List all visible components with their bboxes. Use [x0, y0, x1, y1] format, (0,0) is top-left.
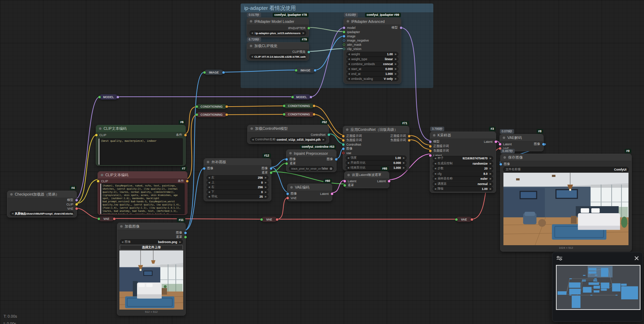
- output-port-image[interactable]: [184, 232, 187, 234]
- decrement-arrow-icon[interactable]: ◀: [207, 186, 211, 189]
- increment-arrow-icon[interactable]: ▶: [488, 172, 493, 175]
- widget-seed[interactable]: ◀种子921636374754670▶: [433, 156, 493, 161]
- input-port-mask[interactable]: [285, 163, 288, 165]
- output-port-clip-vision[interactable]: [308, 51, 310, 53]
- widget-weight-type[interactable]: ◀weight_typelinear▶: [346, 57, 398, 62]
- prompt-textarea[interactable]: (human), EasyNegative, naked, nsfw, text…: [100, 183, 185, 214]
- node-title-bar[interactable]: Inpaint Preprocessor: [286, 150, 336, 157]
- decrement-arrow-icon[interactable]: ◀: [207, 176, 211, 179]
- decrement-arrow-icon[interactable]: ◀: [120, 241, 125, 243]
- collapse-dot-icon[interactable]: [433, 134, 435, 136]
- increment-arrow-icon[interactable]: ▶: [264, 181, 268, 184]
- node-ipadapter-advanced[interactable]: 0.816秒 comfyui_ipadapter #99 IPAdapter A…: [343, 18, 401, 84]
- node-apply-controlnet[interactable]: #71 应用ControlNet（旧版高级） 正面提示词正面提示词 负面提示词负…: [343, 126, 409, 170]
- reroute-out-port[interactable]: [222, 71, 225, 74]
- widget-end-at[interactable]: ◀end_at1.000▶: [346, 71, 398, 76]
- output-port-negative[interactable]: [408, 139, 410, 142]
- increment-arrow-icon[interactable]: ▶: [488, 157, 493, 160]
- output-port-image[interactable]: [335, 158, 338, 161]
- increment-arrow-icon[interactable]: ▶: [402, 166, 406, 169]
- reroute-out-port[interactable]: [313, 105, 315, 107]
- increment-arrow-icon[interactable]: ▶: [394, 68, 398, 70]
- node-save-image[interactable]: 0.467秒 #9 保存图像 图像 文件名前缀 ComfyUI: [500, 154, 632, 252]
- increment-arrow-icon[interactable]: ▶: [394, 58, 398, 61]
- collapse-dot-icon[interactable]: [250, 20, 252, 23]
- node-title-bar[interactable]: IPAdapter Model Loader: [247, 18, 309, 25]
- reroute-conditioning-negative[interactable]: CONDITIONING: [197, 112, 227, 117]
- decrement-arrow-icon[interactable]: ◀: [207, 191, 211, 193]
- reroute-in-port[interactable]: [98, 217, 100, 220]
- widget-checkpoint-name[interactable]: ◀ 风景物品/dvarchMultiPrompt_dvarchExterio..…: [10, 211, 74, 216]
- reroute-model[interactable]: MODEL: [292, 94, 311, 100]
- node-load-clip-vision[interactable]: 6.728秒 #79 加载CLIP视觉 CLIP视觉 ◀ CLIP-ViT-H-…: [247, 42, 309, 61]
- collapse-dot-icon[interactable]: [250, 127, 253, 130]
- minimap-viewport[interactable]: [556, 265, 640, 310]
- collapse-dot-icon[interactable]: [347, 174, 350, 176]
- decrement-arrow-icon[interactable]: ◀: [347, 63, 351, 65]
- output-port-ipadapter[interactable]: [308, 27, 310, 30]
- node-title-bar[interactable]: VAE解码: [500, 134, 543, 141]
- reroute-vae[interactable]: VAE: [99, 216, 114, 221]
- reroute-in-port[interactable]: [203, 71, 206, 74]
- node-ksampler[interactable]: 3.795秒 #3 K采样器 模型Latent 正面提示词 负面提示词 Late…: [430, 132, 496, 193]
- collapse-dot-icon[interactable]: [290, 186, 293, 189]
- output-port-image[interactable]: [542, 143, 545, 146]
- node-ipadapter-model-loader[interactable]: 0.017秒 comfyui_ipadapter #78 IPAdapter M…: [247, 18, 309, 37]
- decrement-arrow-icon[interactable]: ◀: [10, 212, 15, 215]
- node-title-bar[interactable]: 加载ControlNet模型: [248, 125, 329, 132]
- reroute-image[interactable]: IMAGE: [204, 70, 223, 75]
- input-port-positive[interactable]: [342, 135, 345, 138]
- input-port-image-negative[interactable]: [343, 39, 345, 42]
- reroute-out-port[interactable]: [117, 96, 119, 98]
- collapse-dot-icon[interactable]: [99, 127, 101, 130]
- input-port-negative[interactable]: [342, 139, 345, 142]
- widget-ipadapter-file[interactable]: ◀ ipadap... ip-adapter-plus_sd15.safeten…: [249, 31, 306, 36]
- widget-image-file[interactable]: ◀ 图像 bedroom.png ▶: [120, 239, 183, 244]
- decrement-arrow-icon[interactable]: ◀: [433, 188, 438, 190]
- reroute-out-port[interactable]: [113, 217, 116, 220]
- node-graph-canvas[interactable]: ip-adapter 看情况使用: [0, 0, 644, 324]
- reroute-in-port[interactable]: [196, 106, 198, 108]
- decrement-arrow-icon[interactable]: ◀: [346, 157, 351, 159]
- widget-steps[interactable]: ◀步数20▶: [433, 166, 493, 171]
- node-load-image[interactable]: #11 加载图像 图像 遮罩 ◀ 图像 bedroom.png ▶ 选择文件上传: [117, 223, 186, 316]
- output-port-controlnet[interactable]: [328, 134, 330, 136]
- node-title-bar[interactable]: 外补画板: [204, 159, 271, 166]
- output-port-conditioning[interactable]: [184, 134, 187, 136]
- generated-image-preview[interactable]: [503, 173, 628, 245]
- collapse-dot-icon[interactable]: [346, 128, 348, 131]
- widget-start-at[interactable]: ◀start_at0.000▶: [346, 66, 398, 71]
- node-title-bar[interactable]: K采样器: [430, 132, 496, 139]
- node-title-bar[interactable]: 加载图像: [117, 223, 185, 230]
- decrement-arrow-icon[interactable]: ◀: [347, 72, 351, 75]
- loaded-image-preview[interactable]: [119, 250, 183, 310]
- output-port-vae[interactable]: [75, 208, 78, 210]
- reroute-out-port[interactable]: [225, 106, 228, 108]
- input-port-ipadapter[interactable]: [343, 31, 345, 33]
- input-port-vae-error[interactable]: [342, 152, 345, 154]
- increment-arrow-icon[interactable]: ▶: [264, 186, 268, 189]
- decrement-arrow-icon[interactable]: ◀: [347, 68, 351, 70]
- reroute-in-port[interactable]: [196, 114, 198, 116]
- decrement-arrow-icon[interactable]: ◀: [433, 172, 438, 175]
- widget-controlnet-name[interactable]: ◀ ControlNet名称 control_v11p_sd15_inpaint…: [250, 137, 326, 142]
- node-set-latent-noise-mask[interactable]: #65 设置Latent噪波遮罩 LatentLatent 遮罩: [344, 171, 389, 188]
- widget-left[interactable]: ◀左256▶: [206, 175, 268, 180]
- increment-arrow-icon[interactable]: ▶: [394, 77, 398, 80]
- collapse-dot-icon[interactable]: [347, 20, 349, 23]
- node-pad-image-outpaint[interactable]: #12 外补画板 图像图像 遮罩 ◀左256▶ ◀上0▶ ◀右256▶ ◀下0▶…: [204, 158, 271, 201]
- node-title-bar[interactable]: 应用ControlNet（旧版高级）: [343, 126, 409, 133]
- input-port-clip-vision[interactable]: [343, 48, 345, 50]
- increment-arrow-icon[interactable]: ▶: [264, 176, 268, 179]
- input-port-clip[interactable]: [95, 134, 98, 136]
- increment-arrow-icon[interactable]: ▶: [394, 53, 398, 56]
- decrement-arrow-icon[interactable]: ◀: [207, 195, 211, 198]
- widget-start-percent[interactable]: ◀开始百分比0.000▶: [346, 160, 407, 165]
- decrement-arrow-icon[interactable]: ◀: [433, 157, 438, 160]
- reroute-out-port[interactable]: [276, 218, 278, 221]
- decrement-arrow-icon[interactable]: ◀: [346, 161, 351, 164]
- widget-weight[interactable]: ◀weight1.00▶: [346, 52, 398, 57]
- widget-top[interactable]: ◀上0▶: [206, 180, 268, 185]
- node-title-bar[interactable]: Checkpoint加载器（简易）: [7, 191, 76, 198]
- input-port-image[interactable]: [342, 148, 345, 150]
